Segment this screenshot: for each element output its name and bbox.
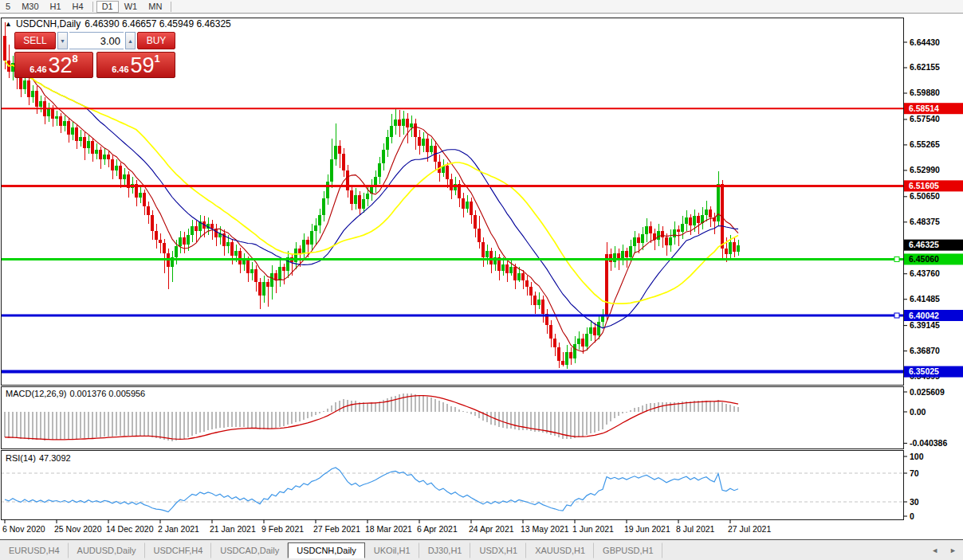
macd-histogram-bar xyxy=(486,412,489,422)
candle-body xyxy=(63,121,65,126)
macd-histogram-bar xyxy=(12,412,14,438)
macd-histogram-bar xyxy=(729,405,732,412)
tab-dj30-h1[interactable]: DJ30,H1 xyxy=(419,542,471,558)
candle-body xyxy=(246,260,249,273)
macd-histogram-bar xyxy=(112,412,114,437)
candle-body xyxy=(665,237,667,245)
macd-histogram-bar xyxy=(299,412,301,421)
candle-body xyxy=(67,121,69,135)
buy-price-box[interactable]: 6.46 59 1 xyxy=(96,52,175,78)
candle-body xyxy=(234,251,237,256)
candle-body xyxy=(426,139,428,152)
macd-histogram-bar xyxy=(510,412,513,429)
macd-histogram-bar xyxy=(674,402,676,412)
tab-ukoil-h1[interactable]: UKOil,H1 xyxy=(365,542,419,558)
macd-histogram-bar xyxy=(120,412,122,436)
macd-axis-label: 0.025609 xyxy=(910,387,945,397)
candle-body xyxy=(386,137,388,151)
price-chart-canvas[interactable]: 6.644306.621556.598806.575406.552656.529… xyxy=(0,0,963,539)
date-label: 1 Jun 2021 xyxy=(572,524,614,534)
date-label: 24 Apr 2021 xyxy=(469,524,514,534)
macd-histogram-bar xyxy=(80,412,82,438)
candle-body xyxy=(254,269,257,283)
volume-decrease-button[interactable]: ▼ xyxy=(57,32,68,49)
price-axis-tick-label: 6.39145 xyxy=(910,320,940,330)
candle-body xyxy=(661,231,663,237)
candle-body xyxy=(589,327,592,334)
macd-histogram-bar xyxy=(275,412,277,428)
macd-histogram-bar xyxy=(183,412,186,439)
sell-price-box[interactable]: 6.46 32 8 xyxy=(14,52,93,78)
candle-body xyxy=(501,264,504,271)
price-label-chip-text: 6.58514 xyxy=(909,104,939,113)
candle-body xyxy=(39,101,41,107)
tab-usdchf-h4[interactable]: USDCHF,H4 xyxy=(145,542,212,558)
tab-usdx-h1[interactable]: USDX,H1 xyxy=(470,542,526,558)
candle-body xyxy=(517,273,520,280)
candle-body xyxy=(179,237,181,246)
moving-averages-layer xyxy=(5,61,738,351)
macd-histogram-bar xyxy=(622,412,624,413)
candle-body xyxy=(350,190,352,204)
candle-body xyxy=(725,249,727,254)
macd-histogram-bar xyxy=(239,412,242,427)
candle-body xyxy=(557,347,560,361)
macd-histogram-bar xyxy=(128,412,130,436)
candle-body xyxy=(485,251,488,257)
tab-usdcad-daily[interactable]: USDCAD,Daily xyxy=(211,542,288,558)
sell-button[interactable]: SELL xyxy=(14,32,56,49)
spin-up-icon: ▲ xyxy=(128,38,133,44)
macd-histogram-bar xyxy=(52,412,54,440)
macd-histogram-bar xyxy=(331,405,333,412)
macd-histogram-bar xyxy=(470,412,473,414)
macd-histogram-bar xyxy=(271,412,273,429)
volume-increase-button[interactable]: ▲ xyxy=(125,32,136,49)
macd-histogram-bar xyxy=(733,406,736,412)
date-label: 8 Jul 2021 xyxy=(676,524,715,534)
candle-body xyxy=(175,246,177,257)
chart-symbol-period: USDCNH,Daily xyxy=(16,18,81,29)
candle-body xyxy=(314,225,316,231)
macd-histogram-bar xyxy=(151,412,154,437)
candle-body xyxy=(282,267,285,272)
buy-button[interactable]: BUY xyxy=(137,32,175,49)
date-label: 2 Jan 2021 xyxy=(158,524,199,534)
macd-histogram-bar xyxy=(140,412,142,436)
macd-histogram-bar xyxy=(323,411,325,412)
macd-histogram-bar xyxy=(4,412,6,437)
macd-histogram-bar xyxy=(610,412,612,421)
candle-body xyxy=(338,146,340,154)
tab-eurusd-h4[interactable]: EURUSD,H4 xyxy=(0,542,69,558)
macd-histogram-bar xyxy=(116,412,118,436)
macd-histogram-bar xyxy=(434,399,437,412)
candle-body xyxy=(143,193,145,206)
price-axis-tick-label: 6.59880 xyxy=(910,88,940,97)
candle-body xyxy=(625,251,627,257)
macd-histogram-bar xyxy=(426,397,429,412)
macd-histogram-bar xyxy=(143,412,146,436)
tab-next-icon[interactable]: ► xyxy=(949,546,957,554)
macd-histogram-bar xyxy=(721,402,724,412)
macd-histogram-bar xyxy=(16,412,18,438)
macd-histogram-bar xyxy=(518,412,521,430)
tab-audusd-daily[interactable]: AUDUSD,Daily xyxy=(69,542,145,558)
rsi-indicator-label: RSI(14)47.3092 xyxy=(6,453,74,463)
macd-histogram-bar xyxy=(8,412,10,438)
tab-gbpusd-h1[interactable]: GBPUSD,H1 xyxy=(594,542,662,558)
tab-prev-icon[interactable]: ◄ xyxy=(931,546,938,554)
macd-histogram-bar xyxy=(419,395,421,412)
tab-usdcnh-daily[interactable]: USDCNH,Daily xyxy=(288,542,365,558)
candle-body xyxy=(210,224,213,229)
date-label: 6 Nov 2020 xyxy=(2,524,45,534)
tab-xauusd-h1[interactable]: XAUUSD,H1 xyxy=(526,542,594,558)
rsi-value: 47.3092 xyxy=(39,453,71,463)
price-label-chip-text: 6.45060 xyxy=(909,254,939,264)
candle-body xyxy=(83,137,85,148)
candle-body xyxy=(390,126,392,137)
volume-input[interactable] xyxy=(69,32,124,49)
macd-histogram-bar xyxy=(283,412,285,426)
macd-histogram-bar xyxy=(231,412,234,427)
candle-body xyxy=(677,229,679,232)
candle-body xyxy=(394,119,396,125)
line-handle xyxy=(894,313,899,318)
